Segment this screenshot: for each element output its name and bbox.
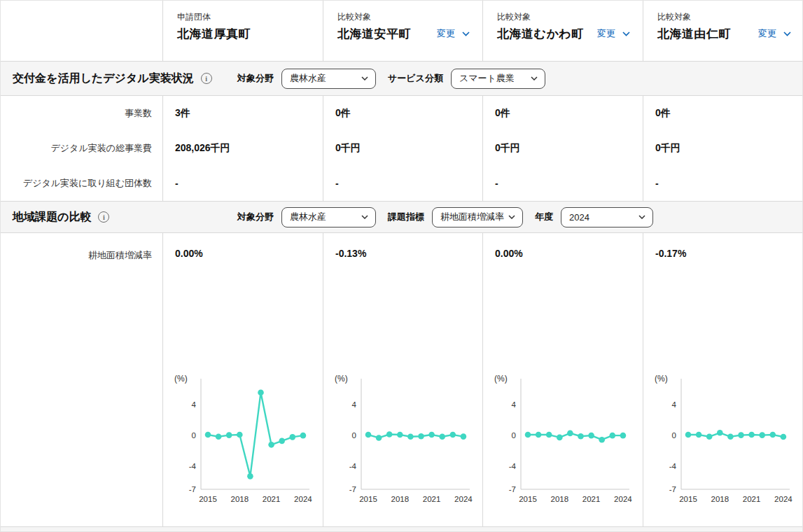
data-point bbox=[290, 434, 296, 440]
service-category-value: スマート農業 bbox=[459, 72, 515, 85]
x-tick-label: 2024 bbox=[614, 495, 632, 503]
comparison-role-label: 比較対象 bbox=[657, 11, 790, 23]
row-label: デジタル実装の総事業費 bbox=[1, 131, 162, 166]
target-field-value: 農林水産 bbox=[290, 72, 326, 85]
service-category-label: サービス分類 bbox=[388, 72, 443, 85]
data-point bbox=[578, 433, 584, 440]
change-label: 変更 bbox=[597, 27, 615, 40]
applicant-column-header: 申請団体 北海道厚真町 bbox=[162, 1, 323, 61]
y-tick-label: 4 bbox=[672, 400, 677, 409]
data-point bbox=[237, 432, 243, 438]
x-tick-label: 2021 bbox=[263, 495, 281, 503]
issue-indicator-select[interactable]: 耕地面積増減率 bbox=[432, 207, 523, 227]
data-point bbox=[685, 432, 692, 438]
change-municipality-button-1[interactable]: 変更 bbox=[437, 27, 470, 40]
projects-count-row: 事業数 3件 0件 0件 0件 bbox=[1, 96, 802, 131]
rate-value: -0.17% bbox=[643, 233, 803, 259]
info-icon[interactable]: i bbox=[98, 211, 109, 223]
y-tick-label: -4 bbox=[189, 462, 197, 470]
data-point bbox=[365, 432, 372, 438]
y-tick-label: -7 bbox=[189, 485, 196, 493]
target-field-select-2[interactable]: 農林水産 bbox=[281, 207, 376, 227]
target-field-select[interactable]: 農林水産 bbox=[281, 69, 376, 89]
data-point bbox=[599, 437, 605, 443]
data-point bbox=[205, 432, 211, 438]
regional-issues-section-bar: 地域課題の比較 i 対象分野 農林水産 課題指標 耕地面積増減率 年度 2024 bbox=[1, 201, 802, 233]
y-tick-label: 0 bbox=[512, 431, 516, 440]
next-section-partial-bar bbox=[1, 526, 802, 531]
data-point bbox=[268, 442, 274, 448]
data-point bbox=[781, 434, 787, 440]
change-label: 変更 bbox=[437, 27, 455, 40]
change-municipality-button-2[interactable]: 変更 bbox=[597, 27, 630, 40]
service-category-select[interactable]: スマート農業 bbox=[451, 69, 545, 89]
data-point bbox=[717, 430, 723, 436]
applicant-role-label: 申請団体 bbox=[177, 11, 309, 23]
data-point bbox=[247, 473, 253, 479]
data-point bbox=[300, 433, 307, 439]
y-tick-label: 0 bbox=[352, 431, 356, 440]
data-point bbox=[748, 432, 755, 438]
y-tick-label: 0 bbox=[672, 431, 676, 440]
trend-line bbox=[368, 435, 463, 438]
comparison-column-header-3: 比較対象 北海道由仁町 変更 bbox=[643, 1, 803, 61]
unit-label: (%) bbox=[655, 374, 668, 384]
trend-chart-3: (%)40-4-72015201820212024 bbox=[645, 370, 794, 510]
metric-value: 0件 bbox=[482, 96, 643, 131]
applicant-name: 北海道厚真町 bbox=[177, 26, 309, 42]
x-tick-label: 2018 bbox=[231, 495, 249, 503]
y-tick-label: 0 bbox=[192, 431, 196, 440]
unit-label: (%) bbox=[494, 374, 508, 384]
metric-value: 0件 bbox=[323, 96, 482, 131]
trend-chart-1: (%)40-4-72015201820212024 bbox=[326, 370, 474, 510]
metric-value: - bbox=[162, 166, 323, 201]
row-label: 事業数 bbox=[1, 96, 162, 131]
metric-value: - bbox=[482, 166, 643, 201]
data-point bbox=[461, 433, 467, 440]
arable-land-rate-row: 耕地面積増減率 0.00% (%)40-4-72015201820212024 … bbox=[1, 233, 802, 528]
comparison-role-label: 比較対象 bbox=[337, 11, 468, 23]
data-point bbox=[727, 434, 734, 440]
metric-value: 208,026千円 bbox=[162, 131, 323, 166]
rate-value: 0.00% bbox=[163, 233, 323, 259]
chevron-down-icon bbox=[531, 76, 538, 80]
change-municipality-button-3[interactable]: 変更 bbox=[758, 27, 791, 40]
data-point bbox=[450, 432, 456, 438]
metric-value: 0千円 bbox=[482, 131, 643, 166]
data-point bbox=[386, 431, 393, 438]
data-point bbox=[696, 432, 702, 438]
compare-cell-2: 0.00% (%)40-4-72015201820212024 bbox=[482, 233, 643, 528]
year-label: 年度 bbox=[535, 211, 553, 223]
info-icon[interactable]: i bbox=[201, 73, 212, 84]
y-tick-label: -7 bbox=[509, 485, 516, 493]
x-tick-label: 2015 bbox=[199, 495, 217, 503]
y-tick-label: -7 bbox=[669, 485, 676, 493]
metric-value: 3件 bbox=[162, 96, 323, 131]
year-select[interactable]: 2024 bbox=[561, 207, 653, 227]
x-tick-label: 2024 bbox=[774, 495, 792, 503]
data-point bbox=[588, 433, 594, 439]
data-point bbox=[407, 434, 414, 440]
y-tick-label: -4 bbox=[669, 462, 677, 470]
unit-label: (%) bbox=[174, 374, 188, 384]
chevron-down-icon bbox=[622, 31, 630, 36]
x-tick-label: 2018 bbox=[391, 495, 410, 503]
change-label: 変更 bbox=[758, 27, 776, 40]
target-field-label: 対象分野 bbox=[237, 72, 274, 85]
data-point bbox=[525, 432, 531, 438]
compare-cell-3: -0.17% (%)40-4-72015201820212024 bbox=[643, 233, 803, 528]
x-tick-label: 2021 bbox=[582, 495, 601, 503]
municipality-header-row: 申請団体 北海道厚真町 比較対象 北海道安平町 変更 比較対象 北海道むかわ町 … bbox=[1, 1, 802, 61]
x-tick-label: 2015 bbox=[359, 495, 377, 503]
target-field-label: 対象分野 bbox=[237, 211, 274, 223]
trend-line bbox=[528, 433, 623, 440]
x-tick-label: 2015 bbox=[679, 495, 697, 503]
data-point bbox=[428, 432, 435, 438]
header-empty-cell bbox=[1, 1, 162, 61]
chevron-down-icon bbox=[783, 31, 791, 36]
compare-cell-applicant: 0.00% (%)40-4-72015201820212024 bbox=[162, 233, 323, 528]
issue-indicator-value: 耕地面積増減率 bbox=[440, 211, 504, 223]
y-tick-label: -4 bbox=[349, 462, 357, 470]
data-point bbox=[279, 438, 285, 444]
rate-value: -0.13% bbox=[323, 233, 482, 259]
